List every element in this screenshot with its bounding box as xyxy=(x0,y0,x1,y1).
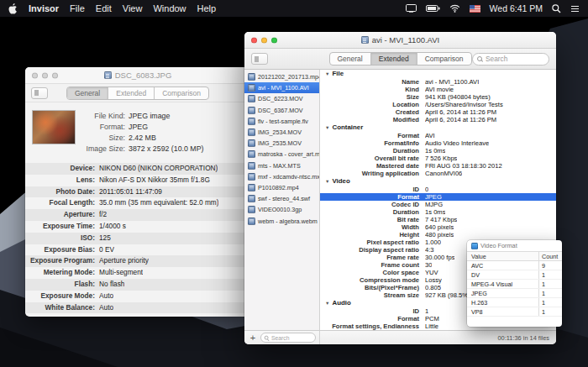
popover-row[interactable]: JPEG1 xyxy=(467,289,562,298)
detail-row[interactable]: Nameavi - MVI_1100.AVI xyxy=(320,78,556,86)
summary-row: Format:JPEG xyxy=(81,122,244,133)
menu-clock[interactable]: Wed 6:41 PM xyxy=(490,3,543,13)
summary-row: Image Size:3872 x 2592 (10.0 MP) xyxy=(81,144,244,155)
detail-value: CanonMVI06 xyxy=(425,170,462,177)
video-file-icon xyxy=(248,218,255,225)
detail-key: Format xyxy=(320,193,425,201)
media-window-titlebar[interactable]: avi - MVI_1100.AVI xyxy=(244,32,556,49)
detail-key: Format/Info xyxy=(320,139,425,147)
section-title: Video xyxy=(332,177,349,186)
sidebar-file-item[interactable]: flv - test-sample.flv xyxy=(244,116,319,127)
detail-row[interactable]: Duration1s 0ms xyxy=(320,208,556,216)
close-button[interactable] xyxy=(251,37,257,43)
detail-row[interactable]: Width640 pixels xyxy=(320,223,556,231)
detail-value: April 6, 2014 at 11:26 PM xyxy=(425,108,496,116)
photo-tab-extended[interactable]: Extended xyxy=(108,87,155,99)
status-bar: + Search 00:11:36 in 14 files xyxy=(244,330,556,344)
file-name: matroska - cover_art.mkv xyxy=(258,150,319,158)
sidebar-file-item[interactable]: IMG_2534.MOV xyxy=(244,127,319,138)
minimize-button[interactable] xyxy=(261,37,267,43)
file-name: avi - MVI_1100.AVI xyxy=(258,84,309,92)
sidebar-file-item[interactable]: mts - MAX.MTS xyxy=(244,160,319,171)
detail-row[interactable]: FormatJPEG xyxy=(320,193,556,201)
detail-key: Duration xyxy=(320,208,425,216)
photo-window-titlebar[interactable]: DSC_6083.JPG xyxy=(25,67,250,84)
detail-row[interactable]: Bit rate7 417 Kbps xyxy=(320,216,556,223)
popover-row[interactable]: H.2631 xyxy=(467,298,562,307)
menu-item-view[interactable]: View xyxy=(123,3,143,13)
sidebar-toggle-icon[interactable] xyxy=(251,53,268,65)
input-source-flag-icon[interactable] xyxy=(470,5,480,13)
popover-row[interactable]: AVC9 xyxy=(467,261,562,270)
column-header-value[interactable]: Value xyxy=(467,252,539,260)
photo-tabs-segmented-control: GeneralExtendedComparison xyxy=(66,87,209,100)
media-tab-general[interactable]: General xyxy=(330,53,371,65)
sidebar-file-item[interactable]: avi - MVI_1100.AVI xyxy=(244,82,319,93)
video-file-icon xyxy=(248,128,255,136)
search-input[interactable]: Search xyxy=(472,53,549,66)
close-button[interactable] xyxy=(32,72,38,78)
sidebar-file-item[interactable]: mxf - xdcamdv-ntsc.mxf xyxy=(244,171,319,182)
popover-value: JPEG xyxy=(467,289,539,297)
sidebar-filter-input[interactable]: Search xyxy=(260,333,316,343)
sidebar-file-item[interactable]: VIDEO0010.3gp xyxy=(244,204,319,215)
zoom-button[interactable] xyxy=(271,37,277,43)
menu-item-help[interactable]: Help xyxy=(197,3,217,13)
detail-row[interactable]: Mastered dateFRI AUG 03 18:18:30 2012 xyxy=(320,162,556,170)
popover-row[interactable]: DV1 xyxy=(467,270,562,280)
media-tab-extended[interactable]: Extended xyxy=(371,53,417,65)
photo-tab-general[interactable]: General xyxy=(67,87,108,99)
app-menu-invisor[interactable]: Invisor xyxy=(29,3,59,13)
spotlight-icon[interactable] xyxy=(552,4,561,13)
detail-row[interactable]: Writing applicationCanonMVI06 xyxy=(320,170,556,177)
column-header-count[interactable]: Count xyxy=(539,252,562,260)
summary-value: 2.42 MB xyxy=(129,133,156,144)
exif-row: Metering Mode:Multi-segment xyxy=(25,267,250,279)
sidebar-file-item[interactable]: DSC_6367.MOV xyxy=(244,105,319,116)
minimize-button[interactable] xyxy=(42,72,48,78)
photo-tab-bar: GeneralExtendedComparison xyxy=(25,84,250,102)
zoom-button[interactable] xyxy=(52,72,58,78)
detail-row[interactable]: KindAVI movie xyxy=(320,86,556,93)
menu-item-file[interactable]: File xyxy=(70,3,85,13)
display-mirroring-icon[interactable] xyxy=(406,4,417,13)
section-header-container[interactable]: ▼Container xyxy=(320,123,556,132)
sidebar-file-item[interactable]: webm - algebra.webm xyxy=(244,215,319,226)
detail-row[interactable]: Codec IDMJPG xyxy=(320,201,556,208)
detail-row[interactable]: FormatAVI xyxy=(320,132,556,139)
popover-row[interactable]: VP81 xyxy=(467,307,562,317)
detail-row[interactable]: Height480 pixels xyxy=(320,231,556,239)
sidebar-file-item[interactable]: P1010892.mp4 xyxy=(244,182,319,193)
sidebar-file-item[interactable]: swf - stereo_44.swf xyxy=(244,193,319,204)
section-header-video[interactable]: ▼Video xyxy=(320,177,556,186)
detail-value: 1 xyxy=(425,307,428,315)
wifi-icon[interactable] xyxy=(449,4,460,13)
sidebar-file-item[interactable]: DSC_6223.MOV xyxy=(244,93,319,104)
detail-row[interactable]: Location/Users/Shared/Invisor Tests xyxy=(320,101,556,108)
menu-item-edit[interactable]: Edit xyxy=(96,3,112,13)
detail-row[interactable]: Format/InfoAudio Video Interleave xyxy=(320,139,556,147)
media-window-controls[interactable] xyxy=(251,37,277,43)
photo-summary: File Kind:JPEG imageFormat:JPEGSize:2.42… xyxy=(25,102,250,160)
section-header-file[interactable]: ▼File xyxy=(320,70,556,78)
detail-row[interactable]: Overall bit rate7 526 Kbps xyxy=(320,155,556,162)
sidebar-file-item[interactable]: 20121202_201713.mp4 xyxy=(244,71,319,82)
battery-icon[interactable] xyxy=(426,5,440,12)
media-tab-comparison[interactable]: Comparison xyxy=(417,53,471,65)
detail-row[interactable]: ModifiedApril 6, 2014 at 11:26 PM xyxy=(320,116,556,123)
sidebar-file-item[interactable]: matroska - cover_art.mkv xyxy=(244,149,319,160)
menu-item-window[interactable]: Window xyxy=(153,3,186,13)
detail-row[interactable]: CreatedApril 6, 2014 at 11:26 PM xyxy=(320,108,556,116)
popover-row[interactable]: MPEG-4 Visual1 xyxy=(467,280,562,289)
sidebar-file-item[interactable]: IMG_2535.MOV xyxy=(244,138,319,149)
notification-center-icon[interactable] xyxy=(570,5,580,13)
photo-tab-comparison[interactable]: Comparison xyxy=(155,87,208,99)
thumbnail-toggle-icon[interactable] xyxy=(31,87,48,99)
detail-key: Codec ID xyxy=(320,201,425,208)
detail-row[interactable]: Duration1s 0ms xyxy=(320,147,556,155)
detail-row[interactable]: Size941 KB (940804 bytes) xyxy=(320,93,556,101)
add-file-button[interactable]: + xyxy=(248,333,258,343)
detail-row[interactable]: ID0 xyxy=(320,186,556,193)
apple-menu-icon[interactable] xyxy=(8,3,18,14)
photo-window-controls[interactable] xyxy=(32,72,58,78)
